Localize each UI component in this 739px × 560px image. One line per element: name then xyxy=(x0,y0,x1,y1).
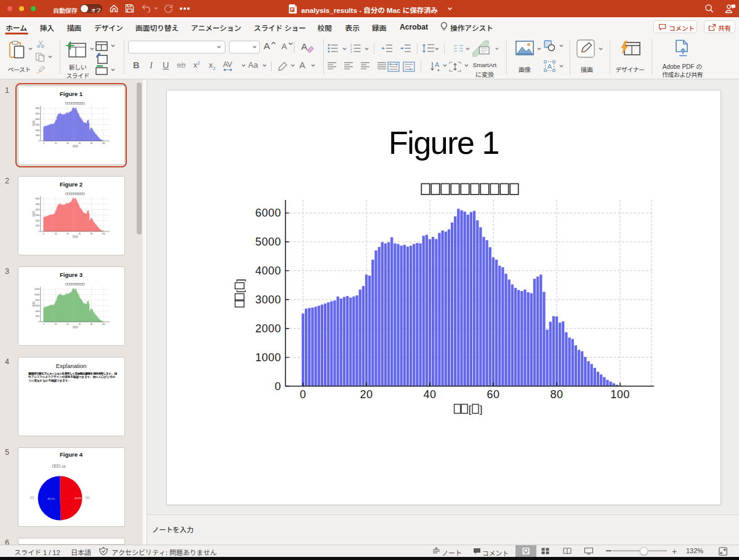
svg-text:2000: 2000 xyxy=(35,219,39,222)
svg-text:6000: 6000 xyxy=(35,304,39,306)
svg-text:40: 40 xyxy=(67,142,69,144)
svg-text:2000: 2000 xyxy=(35,315,39,318)
svg-text:0: 0 xyxy=(38,321,39,323)
svg-text:3000: 3000 xyxy=(35,214,39,216)
svg-text:100: 100 xyxy=(102,322,105,325)
svg-text:100: 100 xyxy=(102,232,105,234)
svg-text:80: 80 xyxy=(90,322,92,325)
svg-text:4000: 4000 xyxy=(35,208,39,210)
svg-text:2000: 2000 xyxy=(35,129,39,131)
svg-text:0: 0 xyxy=(43,322,44,325)
svg-text:1000: 1000 xyxy=(35,225,39,227)
svg-text:0: 0 xyxy=(300,388,307,401)
svg-text:60: 60 xyxy=(78,142,81,144)
svg-text:1000: 1000 xyxy=(35,134,39,137)
svg-text:3000: 3000 xyxy=(35,123,39,126)
svg-text:AV: AV xyxy=(223,60,232,69)
svg-text:80: 80 xyxy=(550,388,563,401)
svg-text:40: 40 xyxy=(423,388,436,401)
svg-text:4000: 4000 xyxy=(35,118,39,120)
svg-text:5000: 5000 xyxy=(255,236,281,248)
svg-text:]: ] xyxy=(480,404,483,415)
svg-text:6000: 6000 xyxy=(35,107,39,110)
svg-text:60: 60 xyxy=(78,322,81,325)
svg-text:3000: 3000 xyxy=(255,294,281,306)
svg-text:6000: 6000 xyxy=(255,207,281,219)
svg-text:80: 80 xyxy=(90,232,92,234)
svg-text:20: 20 xyxy=(54,322,57,325)
svg-text:0: 0 xyxy=(38,230,39,233)
svg-text:0: 0 xyxy=(43,232,44,234)
svg-text:6000: 6000 xyxy=(35,198,39,200)
svg-text:12000: 12000 xyxy=(34,288,39,290)
svg-text:3: 3 xyxy=(350,50,352,53)
svg-text:50.8%: 50.8% xyxy=(75,497,82,500)
svg-text:A: A xyxy=(435,61,440,68)
svg-text:[: [ xyxy=(469,404,472,415)
svg-text:60: 60 xyxy=(78,232,81,234)
svg-text:~10: ~10 xyxy=(60,465,65,468)
svg-text:100: 100 xyxy=(102,142,105,144)
svg-text:20: 20 xyxy=(54,232,57,234)
svg-text:0: 0 xyxy=(275,380,281,393)
svg-text:60: 60 xyxy=(487,388,499,401)
svg-text:5000: 5000 xyxy=(35,113,39,115)
svg-text:20: 20 xyxy=(54,142,57,144)
svg-text:0: 0 xyxy=(43,142,44,144)
svg-text:P: P xyxy=(291,7,294,12)
svg-text:]: ] xyxy=(235,279,246,282)
svg-text:A: A xyxy=(547,63,552,70)
svg-text:49.2%: 49.2% xyxy=(47,497,55,500)
svg-text:1: 1 xyxy=(350,44,352,47)
svg-text:20: 20 xyxy=(360,388,373,401)
svg-text:4000: 4000 xyxy=(35,310,39,312)
svg-text:100: 100 xyxy=(610,388,630,401)
svg-text:10000: 10000 xyxy=(34,294,39,296)
svg-text:80: 80 xyxy=(90,142,92,144)
svg-text:4000: 4000 xyxy=(255,265,281,277)
svg-text:[: [ xyxy=(235,290,246,293)
svg-text:5000: 5000 xyxy=(35,203,39,206)
svg-text:2: 2 xyxy=(350,47,352,50)
svg-text:2000: 2000 xyxy=(255,322,281,335)
svg-text:0: 0 xyxy=(38,140,39,142)
svg-text:40: 40 xyxy=(67,232,69,234)
svg-text:8000: 8000 xyxy=(35,298,39,301)
svg-text:40: 40 xyxy=(67,322,69,325)
svg-text:1000: 1000 xyxy=(255,351,281,364)
